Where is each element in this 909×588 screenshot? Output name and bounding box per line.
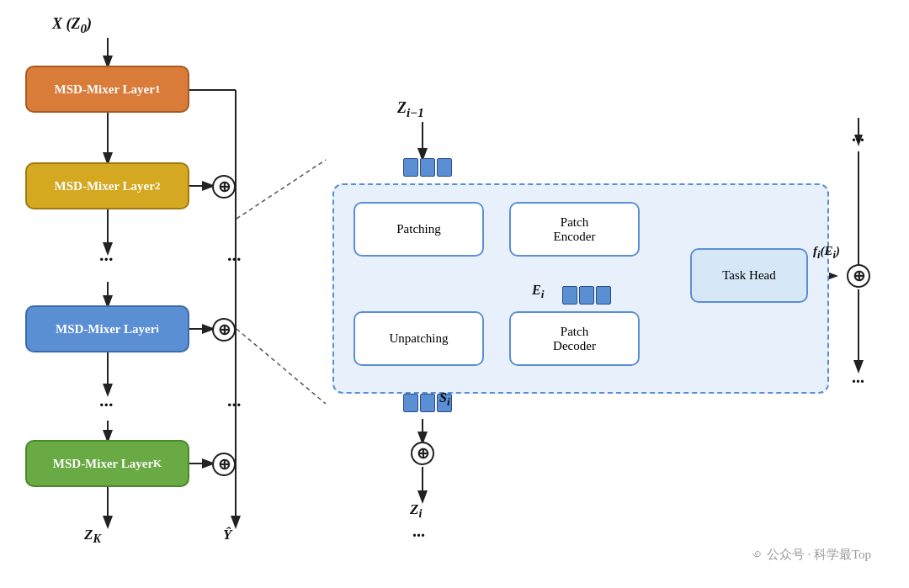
- dots-zi: ···: [412, 526, 425, 545]
- diagram: X (Z0) MSD-Mixer Layer 1 MSD-Mixer Layer…: [0, 0, 909, 588]
- patch-tokens-zi1: [403, 158, 452, 177]
- dots-right-2: ···: [227, 394, 242, 416]
- label-si: Si: [439, 390, 450, 409]
- task-head-box: Task Head: [690, 248, 808, 303]
- watermark: ꩜ 公众号 · 科学最Top: [751, 547, 871, 563]
- label-yhat: Ŷ: [223, 527, 231, 543]
- patching-box: Patching: [354, 202, 484, 257]
- label-zk: ZK: [84, 527, 101, 546]
- layer1-box: MSD-Mixer Layer 1: [25, 66, 189, 113]
- plus-op-k: ⊕: [212, 453, 236, 476]
- layerk-box: MSD-Mixer Layer K: [25, 440, 189, 487]
- unpatching-box: Unpatching: [354, 311, 484, 366]
- plus-op-2: ⊕: [212, 175, 236, 199]
- label-zi-1: Zi−1: [397, 99, 424, 120]
- label-x-z0: X (Z0): [52, 15, 92, 36]
- label-fei: fi(Ei): [813, 244, 840, 262]
- layer2-box: MSD-Mixer Layer 2: [25, 162, 189, 209]
- label-zi: Zi: [410, 501, 422, 521]
- dots-far-right: ···: [852, 372, 864, 391]
- dots-right-1: ···: [227, 248, 242, 270]
- plus-op-fi: ⊕: [847, 264, 870, 288]
- circle-op-right: ⊕: [411, 442, 434, 465]
- dots-left-2: ···: [99, 394, 114, 416]
- dots-left-1: ···: [99, 248, 114, 270]
- svg-line-18: [237, 160, 326, 219]
- patch-encoder-box: PatchEncoder: [509, 202, 640, 257]
- patch-tokens-ei: [562, 286, 611, 305]
- layeri-box: MSD-Mixer Layer i: [25, 305, 189, 352]
- svg-line-19: [237, 329, 326, 404]
- label-ei: Ei: [532, 283, 544, 301]
- dots-top-right: ···: [852, 130, 864, 150]
- patch-decoder-box: PatchDecoder: [509, 311, 640, 366]
- plus-op-i: ⊕: [212, 318, 236, 342]
